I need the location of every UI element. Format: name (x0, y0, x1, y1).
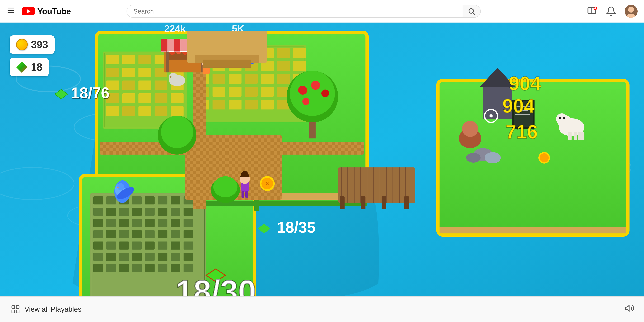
svg-rect-185 (180, 39, 187, 52)
svg-rect-81 (212, 74, 226, 84)
game-area[interactable]: $ 18/76 (0, 22, 644, 322)
svg-rect-114 (132, 208, 142, 216)
search-button[interactable] (462, 5, 481, 18)
svg-rect-56 (138, 94, 151, 103)
menu-button[interactable] (6, 6, 16, 17)
svg-point-168 (311, 81, 320, 90)
svg-rect-266 (203, 60, 251, 68)
svg-rect-95 (212, 100, 226, 110)
svg-rect-61 (138, 106, 151, 116)
svg-rect-154 (132, 264, 142, 272)
svg-rect-142 (184, 242, 193, 250)
playables-icon (10, 304, 21, 315)
svg-rect-204 (361, 196, 366, 209)
svg-rect-155 (145, 264, 154, 272)
svg-rect-52 (154, 80, 168, 90)
svg-rect-156 (158, 264, 168, 272)
svg-line-6 (473, 13, 475, 15)
svg-rect-108 (158, 196, 168, 204)
svg-rect-97 (245, 100, 258, 110)
svg-rect-203 (340, 196, 344, 209)
svg-rect-138 (132, 242, 142, 250)
svg-point-169 (321, 90, 329, 97)
svg-rect-51 (138, 80, 151, 90)
svg-rect-115 (145, 208, 154, 216)
navbar: YouTube (0, 0, 644, 22)
svg-rect-238 (245, 191, 248, 198)
svg-rect-79 (293, 61, 306, 71)
svg-rect-267 (12, 306, 15, 309)
svg-rect-158 (184, 264, 193, 272)
svg-point-218 (462, 121, 478, 137)
svg-rect-103 (94, 196, 103, 204)
svg-rect-147 (145, 253, 154, 261)
svg-text:18/35: 18/35 (277, 219, 316, 236)
svg-rect-91 (261, 87, 274, 96)
svg-rect-228 (578, 132, 581, 140)
svg-rect-139 (145, 242, 154, 250)
svg-point-230 (556, 113, 568, 125)
svg-rect-136 (106, 242, 116, 250)
svg-rect-145 (119, 253, 129, 261)
svg-rect-111 (94, 208, 103, 216)
svg-rect-109 (171, 196, 180, 204)
svg-rect-268 (16, 306, 19, 309)
svg-rect-227 (574, 132, 577, 140)
notifications-button[interactable] (605, 6, 617, 17)
svg-rect-98 (261, 100, 274, 110)
svg-rect-113 (119, 208, 129, 216)
svg-point-231 (559, 117, 561, 119)
svg-point-172 (213, 176, 238, 197)
svg-rect-45 (122, 68, 135, 77)
svg-rect-137 (119, 242, 129, 250)
side-num-904-2: 904 (502, 95, 534, 117)
svg-rect-184 (174, 39, 180, 52)
svg-rect-229 (581, 132, 584, 140)
svg-rect-157 (171, 264, 180, 272)
coins-value: 393 (31, 39, 48, 50)
svg-rect-83 (245, 74, 258, 84)
game-canvas[interactable]: $ 18/76 (0, 22, 644, 322)
svg-point-220 (484, 152, 501, 164)
svg-rect-133 (171, 230, 180, 238)
coins-display: 393 (10, 36, 54, 54)
svg-rect-141 (171, 242, 180, 250)
svg-rect-112 (106, 208, 116, 216)
svg-rect-121 (119, 219, 129, 227)
svg-rect-183 (168, 39, 174, 52)
svg-rect-130 (132, 230, 142, 238)
svg-rect-132 (158, 230, 168, 238)
svg-rect-107 (145, 196, 154, 204)
volume-button[interactable] (625, 304, 634, 315)
svg-point-170 (302, 98, 310, 105)
user-avatar[interactable] (625, 5, 638, 18)
gem-icon (16, 61, 28, 73)
svg-rect-182 (161, 39, 168, 52)
nav-right-controls (586, 5, 638, 18)
svg-rect-131 (145, 230, 154, 238)
youtube-logo[interactable]: YouTube (22, 6, 71, 16)
svg-rect-57 (154, 94, 168, 103)
svg-rect-84 (261, 74, 274, 84)
svg-text:$: $ (266, 180, 269, 186)
side-num-904-1: 904 (509, 72, 541, 94)
svg-rect-41 (138, 55, 151, 64)
svg-point-167 (298, 86, 307, 95)
svg-rect-88 (212, 87, 226, 96)
view-all-playables-button[interactable]: View all Playables (10, 304, 82, 315)
svg-rect-153 (119, 264, 129, 272)
svg-rect-120 (106, 219, 116, 227)
svg-rect-134 (184, 230, 193, 238)
playables-label: View all Playables (24, 305, 82, 313)
create-button[interactable] (586, 6, 598, 17)
svg-point-223 (490, 114, 493, 118)
svg-point-248 (170, 76, 172, 78)
svg-rect-149 (171, 253, 180, 261)
search-input[interactable] (126, 5, 462, 18)
svg-rect-89 (228, 87, 242, 96)
svg-rect-71 (277, 48, 290, 58)
svg-rect-127 (94, 230, 103, 238)
svg-rect-237 (242, 191, 244, 198)
svg-rect-123 (145, 219, 154, 227)
svg-point-252 (117, 183, 124, 190)
